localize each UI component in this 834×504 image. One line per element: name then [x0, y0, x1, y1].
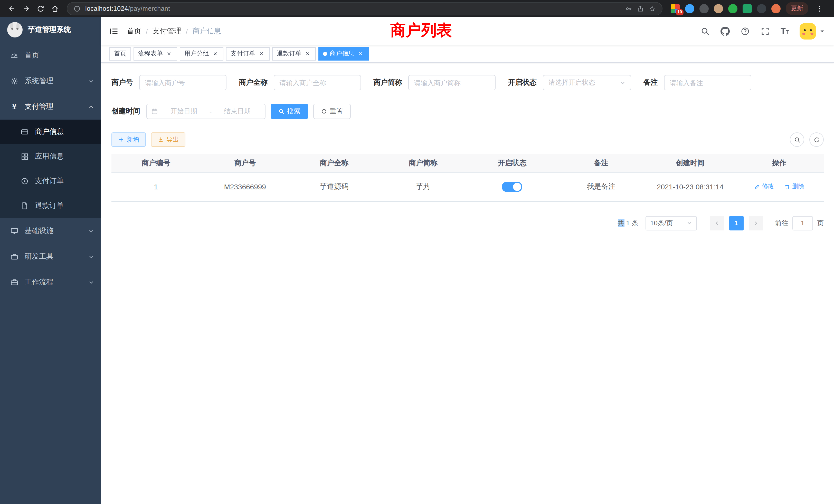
browser-update-button[interactable]: 更新: [786, 2, 808, 15]
download-icon: [158, 137, 164, 143]
sidebar-item-refund-order[interactable]: 退款订单: [0, 193, 101, 218]
extension-pinwheel-icon[interactable]: [757, 4, 766, 13]
reset-button-label: 重置: [330, 107, 343, 116]
browser-home-button[interactable]: [48, 2, 62, 15]
fullscreen-icon[interactable]: [761, 26, 770, 36]
sidebar-item-infra[interactable]: 基础设施: [0, 218, 101, 244]
full-name-input[interactable]: [274, 75, 361, 90]
cell-merchant-id: 1: [111, 173, 200, 201]
breadcrumb-separator: [146, 27, 148, 35]
export-button[interactable]: 导出: [151, 132, 185, 147]
prev-page-button[interactable]: [710, 216, 724, 230]
filter-full-name: 商户全称: [239, 75, 361, 90]
extension-tiles-icon[interactable]: 10: [671, 4, 680, 13]
reset-button[interactable]: 重置: [313, 104, 351, 119]
remark-input[interactable]: [664, 75, 751, 90]
refresh-table-button[interactable]: [809, 132, 824, 147]
logo-avatar: [7, 22, 23, 38]
tab-process-form[interactable]: 流程表单: [133, 47, 177, 60]
site-info-icon[interactable]: [73, 5, 81, 12]
next-page-button[interactable]: [749, 216, 763, 230]
browser-back-button[interactable]: [5, 2, 19, 15]
extension-dark-circle-icon[interactable]: [699, 4, 709, 13]
page-size-select[interactable]: 10条/页: [645, 216, 697, 230]
goto-page-input[interactable]: [792, 216, 813, 230]
browser-menu-button[interactable]: [813, 4, 826, 13]
search-icon: [794, 136, 800, 143]
breadcrumb-payment[interactable]: 支付管理: [153, 26, 181, 36]
github-icon[interactable]: [721, 26, 730, 36]
remark-input-field[interactable]: [670, 79, 746, 87]
share-icon[interactable]: [637, 5, 644, 12]
short-name-input[interactable]: [408, 75, 496, 90]
tab-merchant-info[interactable]: 商户信息: [319, 47, 369, 60]
status-select[interactable]: 请选择开启状态: [543, 75, 631, 90]
pagination-total: 共 1 条: [617, 219, 638, 228]
close-icon[interactable]: [212, 50, 219, 57]
sidebar-item-system[interactable]: 系统管理: [0, 68, 101, 94]
sidebar-item-merchant-info[interactable]: 商户信息: [0, 120, 101, 144]
close-icon[interactable]: [304, 50, 311, 57]
search-button[interactable]: 搜索: [271, 104, 308, 119]
close-icon[interactable]: [166, 50, 173, 57]
merchant-no-input-field[interactable]: [145, 79, 221, 87]
cell-short-name: 芋艿: [378, 173, 467, 201]
back-icon: [8, 4, 16, 13]
add-button[interactable]: 新增: [111, 132, 146, 147]
merchant-no-input[interactable]: [139, 75, 226, 90]
extension-green-circle-icon[interactable]: [728, 4, 738, 13]
browser-reload-button[interactable]: [34, 2, 47, 15]
sidebar-item-pay-order[interactable]: 支付订单: [0, 169, 101, 193]
show-search-button[interactable]: [790, 132, 804, 147]
page-number-button[interactable]: 1: [729, 216, 744, 230]
close-icon[interactable]: [258, 50, 265, 57]
address-bar[interactable]: localhost:1024/pay/merchant: [67, 2, 662, 15]
url-host: localhost:1024: [85, 5, 128, 12]
search-icon[interactable]: [701, 26, 710, 36]
full-name-input-field[interactable]: [279, 79, 355, 87]
edit-link[interactable]: 修改: [754, 182, 774, 191]
col-merchant-no: 商户号: [200, 154, 290, 173]
tab-pay-order[interactable]: 支付订单: [226, 47, 270, 60]
tab-label: 退款订单: [277, 49, 302, 58]
sidebar-logo[interactable]: 芋道管理系统: [0, 17, 101, 43]
create-time-range-picker[interactable]: 开始日期 - 结束日期: [146, 104, 265, 119]
tab-home[interactable]: 首页: [109, 47, 131, 60]
breadcrumb-home[interactable]: 首页: [127, 26, 141, 36]
tab-label: 商户信息: [330, 49, 354, 58]
sidebar-toggle-button[interactable]: [101, 17, 127, 45]
sidebar-item-payment[interactable]: 支付管理: [0, 94, 101, 120]
status-toggle[interactable]: [502, 182, 522, 192]
short-name-input-field[interactable]: [414, 79, 490, 87]
extension-avatar-icon[interactable]: [714, 4, 723, 13]
font-size-icon[interactable]: [781, 27, 789, 35]
extension-profile-icon[interactable]: [771, 4, 781, 13]
table-tools: [790, 132, 824, 147]
user-avatar-menu[interactable]: [799, 23, 825, 39]
extension-green-square-icon[interactable]: [743, 4, 752, 13]
password-key-icon[interactable]: [625, 5, 632, 12]
sidebar-item-home[interactable]: 首页: [0, 43, 101, 68]
help-icon[interactable]: [741, 26, 750, 36]
close-icon[interactable]: [357, 50, 364, 57]
tab-refund-order[interactable]: 退款订单: [272, 47, 316, 60]
active-dot: [323, 51, 327, 56]
sidebar-item-workflow[interactable]: 工作流程: [0, 270, 101, 295]
sidebar-item-devtools[interactable]: 研发工具: [0, 244, 101, 270]
sidebar-item-app-info[interactable]: 应用信息: [0, 144, 101, 169]
calendar-icon: [151, 108, 158, 115]
kebab-menu-icon: [815, 4, 824, 13]
bookmark-star-icon[interactable]: [649, 5, 656, 12]
table-toolbar: 新增 导出: [111, 132, 824, 147]
filter-short-name: 商户简称: [373, 75, 496, 90]
edit-icon: [754, 184, 760, 190]
col-remark: 备注: [557, 154, 646, 173]
tab-user-group[interactable]: 用户分组: [180, 47, 223, 60]
delete-link[interactable]: 删除: [785, 182, 805, 191]
extension-drop-icon[interactable]: [685, 4, 694, 13]
sidebar-item-label: 商户信息: [35, 127, 64, 137]
chevron-down-icon: [687, 220, 692, 226]
chevron-down-icon: [88, 254, 94, 259]
browser-forward-button[interactable]: [20, 2, 33, 15]
filter-form: 商户号 商户全称 商户简称 开启状态 请选择开启状态: [111, 75, 824, 132]
